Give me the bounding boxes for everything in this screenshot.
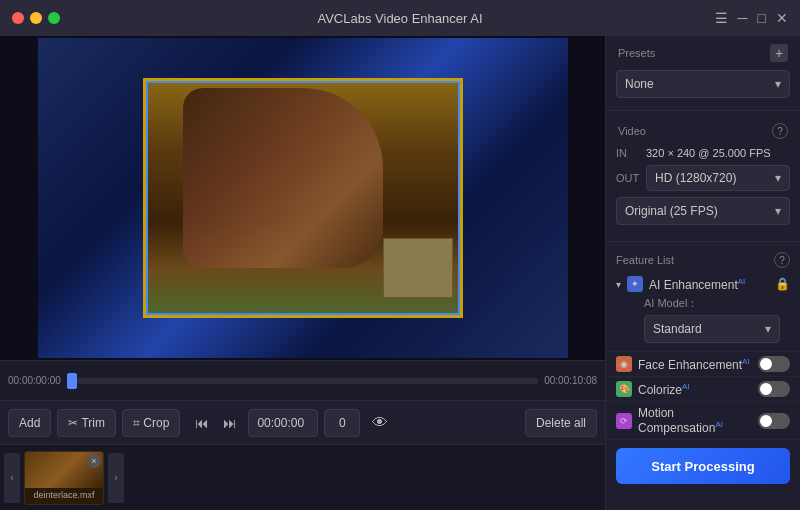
start-processing-button[interactable]: Start Processing — [616, 448, 790, 484]
presets-section-header: Presets + — [606, 36, 800, 66]
in-row: IN 320 × 240 @ 25.000 FPS — [616, 147, 790, 159]
main-layout: 00:00:00:00 00:00:10:08 Add ✂ Trim ⌗ Cro… — [0, 36, 800, 510]
motion-compensation-row: ⟳ Motion CompensationAI — [616, 406, 790, 435]
prev-frame-btn[interactable]: ⏮ — [190, 411, 214, 435]
video-preview — [0, 36, 605, 360]
preset-value: None — [625, 77, 654, 91]
next-frame-btn[interactable]: ⏭ — [218, 411, 242, 435]
delete-all-button[interactable]: Delete all — [525, 409, 597, 437]
ai-enhancement-label: AI EnhancementAI — [649, 277, 769, 292]
face-enhancement-toggle[interactable] — [758, 356, 790, 372]
app-title: AVCLabs Video Enhancer AI — [317, 11, 482, 26]
colorize-row: 🎨 ColorizeAI — [616, 381, 790, 397]
face-enhancement-label: Face EnhancementAI — [638, 357, 752, 372]
video-label: Video — [618, 125, 646, 137]
menu-icon[interactable]: ☰ — [715, 10, 728, 26]
ai-enhancement-row: ▾ ✦ AI EnhancementAI 🔒 — [616, 276, 790, 292]
minimize-icon[interactable]: ─ — [738, 10, 748, 26]
face-enhancement-toggle-knob — [760, 358, 772, 370]
colorize-label: ColorizeAI — [638, 382, 752, 397]
ai-model-section: AI Model： Standard — [616, 292, 790, 347]
motion-compensation-item: ⟳ Motion CompensationAI — [606, 402, 800, 440]
video-content — [143, 78, 463, 318]
feature-list-label: Feature List — [616, 254, 674, 266]
face-enhancement-item: ◉ Face EnhancementAI — [606, 352, 800, 377]
out-resolution-chevron-icon — [775, 171, 781, 185]
timeline-time-right: 00:00:10:08 — [544, 375, 597, 386]
face-enhancement-row: ◉ Face EnhancementAI — [616, 356, 790, 372]
motion-compensation-toggle-knob — [760, 415, 772, 427]
timeline-thumb[interactable] — [67, 373, 77, 389]
add-button[interactable]: Add — [8, 409, 51, 437]
ai-enhancement-chevron-icon[interactable]: ▾ — [616, 279, 621, 290]
ai-model-value: Standard — [653, 322, 702, 336]
colorize-toggle[interactable] — [758, 381, 790, 397]
controls-bar: Add ✂ Trim ⌗ Crop ⏮ ⏭ 00:00:00 0 👁 Delet… — [0, 400, 605, 444]
crop-button[interactable]: ⌗ Crop — [122, 409, 180, 437]
colorize-icon: 🎨 — [616, 381, 632, 397]
minimize-window-btn[interactable] — [30, 12, 42, 24]
preset-chevron-icon — [775, 77, 781, 91]
in-label: IN — [616, 147, 640, 159]
ai-enhancement-icon: ✦ — [627, 276, 643, 292]
title-bar: AVCLabs Video Enhancer AI ☰ ─ □ ✕ — [0, 0, 800, 36]
thumbnail-row: ‹ × deinterlace.mxf › — [0, 444, 605, 510]
title-bar-right-controls[interactable]: ☰ ─ □ ✕ — [715, 10, 788, 26]
feature-list-header: Feature List ? — [606, 246, 800, 272]
time-display: 00:00:00 — [248, 409, 318, 437]
ai-model-select[interactable]: Standard — [644, 315, 780, 343]
colorize-toggle-knob — [760, 383, 772, 395]
preset-select[interactable]: None — [616, 70, 790, 98]
colorize-item: 🎨 ColorizeAI — [606, 377, 800, 402]
close-window-btn[interactable] — [12, 12, 24, 24]
maximize-window-btn[interactable] — [48, 12, 60, 24]
out-resolution-select[interactable]: HD (1280x720) — [646, 165, 790, 191]
resize-icon[interactable]: □ — [758, 10, 766, 26]
video-border-inner — [146, 81, 460, 315]
trim-button[interactable]: ✂ Trim — [57, 409, 116, 437]
presets-add-btn[interactable]: + — [770, 44, 788, 62]
video-section: IN 320 × 240 @ 25.000 FPS OUT HD (1280x7… — [606, 143, 800, 237]
window-controls[interactable] — [12, 12, 60, 24]
timeline-track[interactable] — [67, 378, 538, 384]
separator-2 — [606, 241, 800, 242]
thumbnail-next-btn[interactable]: › — [108, 453, 124, 503]
motion-compensation-toggle[interactable] — [758, 413, 790, 429]
out-label: OUT — [616, 172, 640, 184]
separator-1 — [606, 110, 800, 111]
ai-enhancement-item: ▾ ✦ AI EnhancementAI 🔒 AI Model： Standar… — [606, 272, 800, 352]
thumbnail-label: deinterlace.mxf — [25, 488, 103, 500]
lock-icon[interactable]: 🔒 — [775, 277, 790, 291]
face-enhancement-icon: ◉ — [616, 356, 632, 372]
eye-button[interactable]: 👁 — [366, 409, 394, 437]
video-help-icon[interactable]: ? — [772, 123, 788, 139]
out-row: OUT HD (1280x720) — [616, 165, 790, 191]
transport-controls: ⏮ ⏭ — [190, 411, 242, 435]
video-canvas — [38, 38, 568, 358]
left-panel: 00:00:00:00 00:00:10:08 Add ✂ Trim ⌗ Cro… — [0, 36, 605, 510]
fps-value: Original (25 FPS) — [625, 204, 718, 218]
thumbnail-prev-btn[interactable]: ‹ — [4, 453, 20, 503]
fps-chevron-icon — [775, 204, 781, 218]
feature-list-help-icon[interactable]: ? — [774, 252, 790, 268]
video-section-header: Video ? — [606, 115, 800, 143]
in-value: 320 × 240 @ 25.000 FPS — [646, 147, 790, 159]
frame-display: 0 — [324, 409, 360, 437]
ai-model-chevron-icon — [765, 322, 771, 336]
fps-select[interactable]: Original (25 FPS) — [616, 197, 790, 225]
right-panel: Presets + None Video ? IN 320 × 240 @ 25… — [605, 36, 800, 510]
timeline-area: 00:00:00:00 00:00:10:08 — [0, 360, 605, 400]
preset-row: None — [606, 66, 800, 106]
presets-label: Presets — [618, 47, 655, 59]
out-resolution-value: HD (1280x720) — [655, 171, 736, 185]
close-icon[interactable]: ✕ — [776, 10, 788, 26]
motion-compensation-icon: ⟳ — [616, 413, 632, 429]
ai-model-label: AI Model： — [644, 296, 780, 311]
thumbnail-close-btn[interactable]: × — [87, 454, 101, 468]
motion-compensation-label: Motion CompensationAI — [638, 406, 752, 435]
thumbnail-item[interactable]: × deinterlace.mxf — [24, 451, 104, 505]
timeline-time-left: 00:00:00:00 — [8, 375, 61, 386]
